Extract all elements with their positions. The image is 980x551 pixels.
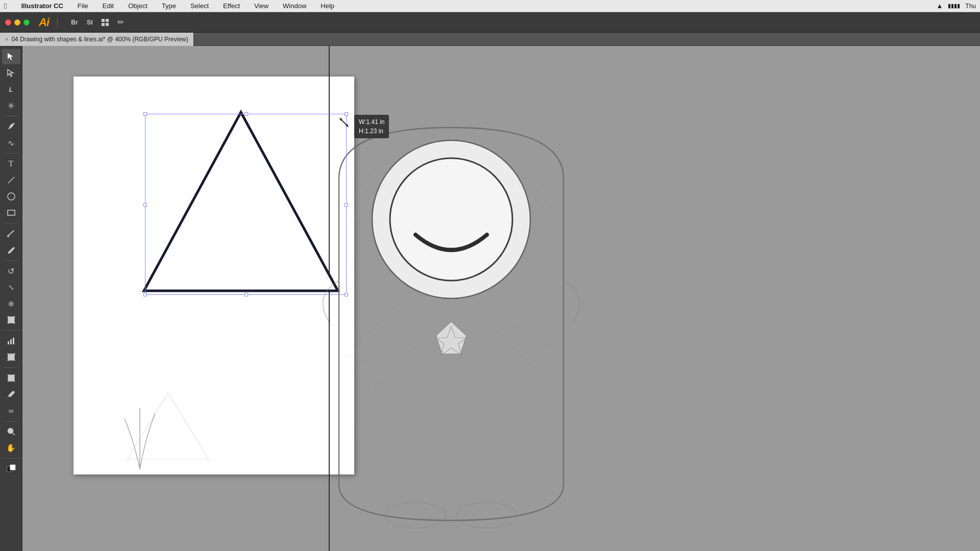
hand-tool[interactable]: ✋ — [2, 440, 20, 456]
svg-rect-0 — [102, 19, 105, 22]
lasso-tool[interactable]: L — [2, 82, 20, 97]
svg-point-4 — [13, 123, 14, 124]
rectangle-tool[interactable] — [2, 205, 20, 220]
svg-point-8 — [7, 235, 9, 237]
svg-line-5 — [8, 177, 14, 183]
maximize-button[interactable] — [23, 19, 30, 26]
svg-rect-15 — [10, 339, 12, 344]
line-tool[interactable] — [2, 172, 20, 188]
svg-point-45 — [385, 503, 446, 528]
arrange-button[interactable] — [99, 16, 112, 29]
svg-rect-7 — [8, 210, 15, 215]
zoom-tool[interactable] — [2, 424, 20, 439]
close-button[interactable] — [5, 19, 11, 26]
svg-rect-9 — [8, 317, 14, 323]
svg-rect-2 — [102, 23, 105, 26]
menu-file[interactable]: File — [75, 1, 91, 11]
battery-icon: ▮▮▮▮ — [948, 3, 960, 9]
menu-select[interactable]: Select — [187, 1, 212, 11]
menu-edit[interactable]: Edit — [100, 1, 117, 11]
menu-window[interactable]: Window — [280, 1, 309, 11]
svg-point-11 — [13, 316, 15, 318]
fill-stroke-tool[interactable] — [2, 461, 20, 477]
svg-line-49 — [370, 337, 421, 388]
dimension-tooltip: W:1.41 in H:1.23 in — [354, 115, 389, 138]
tool-separator-7 — [4, 421, 18, 421]
traffic-lights — [5, 19, 30, 26]
svg-line-50 — [380, 352, 431, 403]
tab-close-button[interactable]: × — [5, 36, 8, 42]
tool-separator-6 — [4, 367, 18, 368]
svg-point-29 — [13, 391, 14, 393]
tooltip-height: H:1.23 in — [359, 127, 384, 136]
eyedropper-tool[interactable] — [2, 387, 20, 402]
svg-point-12 — [7, 322, 9, 324]
active-tab[interactable]: × 04 Drawing with shapes & lines.ai* @ 4… — [0, 33, 194, 46]
tool-separator-1 — [4, 116, 18, 116]
canvas-area[interactable]: W:1.41 in H:1.23 in — [22, 46, 980, 551]
artboard-tool[interactable] — [2, 349, 20, 365]
menu-type[interactable]: Type — [159, 1, 179, 11]
menu-object[interactable]: Object — [125, 1, 151, 11]
svg-line-31 — [12, 433, 15, 435]
ellipse-tool[interactable] — [2, 189, 20, 204]
selection-tool[interactable] — [2, 49, 20, 64]
graph-tool[interactable] — [2, 333, 20, 348]
svg-rect-35 — [10, 465, 15, 470]
svg-marker-44 — [436, 327, 467, 355]
svg-line-47 — [349, 306, 400, 357]
svg-line-52 — [492, 321, 543, 372]
apple-menu[interactable]:  — [4, 2, 7, 10]
tab-bar: × 04 Drawing with shapes & lines.ai* @ 4… — [0, 33, 980, 46]
main-area: L ✳ ∿ T — [0, 46, 980, 551]
pencil-toolbar-button[interactable]: ✏ — [114, 16, 127, 29]
svg-point-6 — [8, 193, 15, 200]
puppet-warp-tool[interactable]: ⊕ — [2, 296, 20, 311]
slice-tool[interactable] — [2, 370, 20, 386]
curvature-tool[interactable]: ∿ — [2, 135, 20, 151]
scale-tool[interactable]: ⤡ — [2, 280, 20, 295]
svg-rect-16 — [13, 338, 14, 344]
tooltip-width: W:1.41 in — [359, 117, 384, 127]
svg-rect-1 — [106, 19, 109, 22]
pen-tool[interactable] — [2, 119, 20, 134]
minimize-button[interactable] — [14, 19, 20, 26]
wifi-icon: ▲ — [936, 2, 943, 10]
stock-button[interactable]: St — [83, 16, 96, 29]
svg-point-13 — [13, 322, 15, 324]
paintbrush-tool[interactable] — [2, 226, 20, 241]
blend-tool[interactable]: ∞ — [2, 403, 20, 418]
left-toolbar: L ✳ ∿ T — [0, 46, 22, 551]
application-toolbar: Ai Br St ✏ — [0, 12, 980, 33]
menu-bar:  Illustrator CC File Edit Object Type S… — [0, 0, 980, 12]
free-transform-tool[interactable] — [2, 312, 20, 328]
menu-view[interactable]: View — [251, 1, 272, 11]
rotate-tool[interactable]: ↺ — [2, 263, 20, 279]
magic-wand-tool[interactable]: ✳ — [2, 98, 20, 113]
svg-line-53 — [482, 337, 533, 388]
svg-line-55 — [354, 184, 385, 219]
svg-line-56 — [523, 168, 553, 204]
bridge-button[interactable]: Br — [68, 16, 81, 29]
svg-line-48 — [359, 321, 410, 372]
menu-effect[interactable]: Effect — [220, 1, 243, 11]
svg-rect-14 — [8, 341, 9, 344]
menu-help[interactable]: Help — [317, 1, 337, 11]
svg-rect-17 — [8, 354, 14, 360]
svg-point-42 — [390, 158, 512, 281]
svg-rect-28 — [8, 375, 14, 381]
svg-marker-43 — [436, 321, 467, 354]
tool-separator-4 — [4, 260, 18, 261]
toolbar-icons: Br St ✏ — [68, 16, 127, 29]
menu-illustrator[interactable]: Illustrator CC — [18, 1, 66, 11]
direct-select-tool[interactable] — [2, 65, 20, 81]
svg-point-46 — [456, 503, 518, 528]
svg-point-10 — [7, 316, 9, 318]
ai-logo: Ai — [39, 16, 49, 29]
tool-separator-8 — [4, 458, 18, 459]
svg-line-57 — [518, 184, 548, 219]
tool-separator-2 — [4, 153, 18, 154]
text-tool[interactable]: T — [2, 156, 20, 171]
artboard — [74, 77, 354, 474]
pencil-tool[interactable] — [2, 242, 20, 258]
